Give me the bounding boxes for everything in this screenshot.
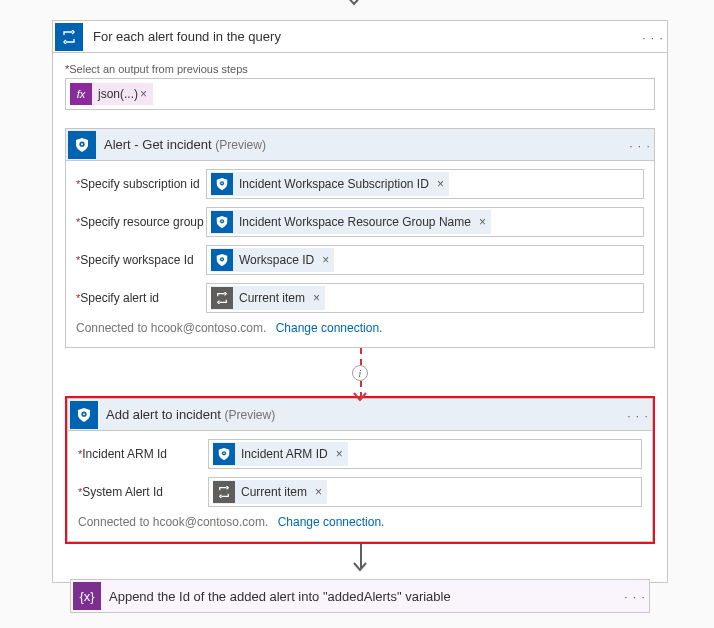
change-connection-link[interactable]: Change connection. [278,515,385,529]
subscription-id-label: *Specify subscription id [76,177,206,191]
subscription-id-row: *Specify subscription id Incident Worksp… [76,169,644,199]
loop-icon [55,23,83,51]
flow-connector-solid [65,544,655,568]
add-alert-menu-button[interactable]: · · · [624,407,652,423]
workspace-id-input[interactable]: Workspace ID × [206,245,644,275]
current-item-token: Current item × [211,286,325,310]
system-alert-id-row: *System Alert Id Current item × [78,477,642,507]
append-variable-title: Append the Id of the added alert into "a… [109,589,621,604]
incoming-arrow-icon [345,0,363,6]
flow-connector-dashed: i [360,348,361,398]
svg-point-1 [81,143,83,145]
workspace-id-row: *Specify workspace Id Workspace ID × [76,245,644,275]
change-connection-link[interactable]: Change connection. [276,321,383,335]
resource-group-input[interactable]: Incident Workspace Resource Group Name × [206,207,644,237]
fx-icon: fx [70,83,92,105]
foreach-menu-button[interactable]: · · · [639,29,667,45]
fx-token: fx json(...) × [70,83,153,105]
current-item-token: Current item × [213,480,327,504]
alert-get-incident-header[interactable]: Alert - Get incident (Preview) · · · [66,129,654,161]
svg-point-7 [221,259,223,261]
system-alert-id-label: *System Alert Id [78,485,208,499]
subscription-id-input[interactable]: Incident Workspace Subscription ID × [206,169,644,199]
add-alert-title: Add alert to incident (Preview) [106,407,624,422]
arrowhead-icon [353,392,367,402]
remove-token-button[interactable]: × [308,291,325,305]
add-alert-header[interactable]: Add alert to incident (Preview) · · · [68,399,652,431]
incident-arm-id-label: *Incident ARM Id [78,447,208,461]
incident-arm-id-token: Incident ARM ID × [213,442,348,466]
select-output-field[interactable]: fx json(...) × [65,78,655,110]
alert-id-label: *Specify alert id [76,291,206,305]
remove-token-button[interactable]: × [474,215,491,229]
connection-status: Connected to hcook@contoso.com. Change c… [76,321,644,335]
foreach-title: For each alert found in the query [93,29,639,44]
select-output-label: *Select an output from previous steps [65,63,655,75]
alert-get-incident-title: Alert - Get incident (Preview) [104,137,626,152]
sentinel-shield-icon [211,211,233,233]
alert-id-input[interactable]: Current item × [206,283,644,313]
arrowhead-icon [353,562,367,572]
subscription-id-token: Incident Workspace Subscription ID × [211,172,449,196]
alert-get-incident-card: Alert - Get incident (Preview) · · · *Sp… [65,128,655,348]
sentinel-shield-icon [70,401,98,429]
remove-token-button[interactable]: × [432,177,449,191]
foreach-card: For each alert found in the query · · · … [52,20,668,583]
info-icon[interactable]: i [352,365,368,381]
append-variable-card[interactable]: {x} Append the Id of the added alert int… [70,579,650,613]
svg-point-9 [83,413,85,415]
resource-group-label: *Specify resource group [76,215,206,229]
alert-id-row: *Specify alert id Current item × [76,283,644,313]
loop-icon [213,481,235,503]
workspace-id-token: Workspace ID × [211,248,334,272]
svg-point-3 [221,183,223,185]
sentinel-shield-icon [211,173,233,195]
resource-group-row: *Specify resource group Incident Workspa… [76,207,644,237]
foreach-header[interactable]: For each alert found in the query · · · [53,21,667,53]
incident-arm-id-row: *Incident ARM Id Incident ARM ID × [78,439,642,469]
workspace-id-label: *Specify workspace Id [76,253,206,267]
system-alert-id-input[interactable]: Current item × [208,477,642,507]
connection-status: Connected to hcook@contoso.com. Change c… [78,515,642,529]
loop-icon [211,287,233,309]
sentinel-shield-icon [213,443,235,465]
remove-token-button[interactable]: × [317,253,334,267]
sentinel-shield-icon [211,249,233,271]
add-alert-highlight-box: Add alert to incident (Preview) · · · *I… [65,396,655,544]
variable-icon: {x} [73,582,101,610]
resource-group-token: Incident Workspace Resource Group Name × [211,210,491,234]
remove-fx-token-button[interactable]: × [140,87,147,101]
incident-arm-id-input[interactable]: Incident ARM ID × [208,439,642,469]
svg-point-5 [221,221,223,223]
remove-token-button[interactable]: × [331,447,348,461]
remove-token-button[interactable]: × [310,485,327,499]
svg-point-11 [223,453,225,455]
append-variable-menu-button[interactable]: · · · [621,588,649,604]
add-alert-card: Add alert to incident (Preview) · · · *I… [67,398,653,542]
sentinel-shield-icon [68,131,96,159]
alert-get-incident-menu-button[interactable]: · · · [626,137,654,153]
